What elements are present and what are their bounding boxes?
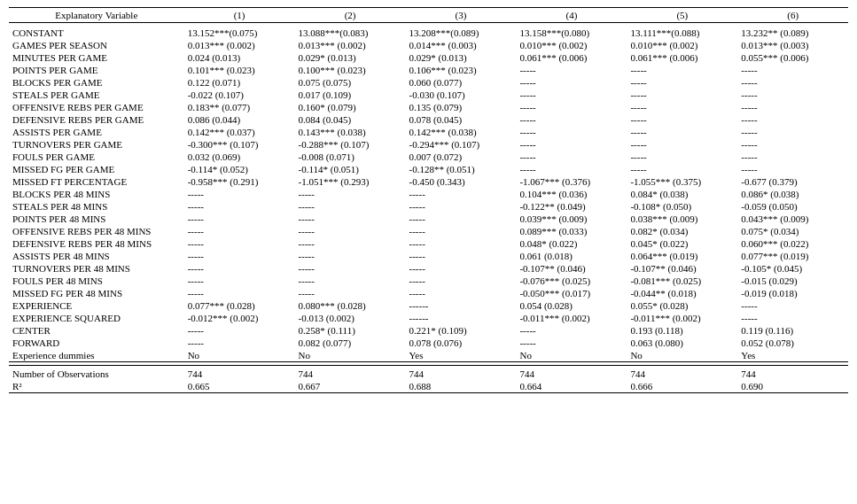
cell-value: 0.221* (0.109): [406, 324, 517, 337]
cell-value: 0.060 (0.077): [406, 76, 517, 89]
cell-value: -0.076*** (0.025): [516, 275, 627, 287]
variable-name: POINTS PER GAME: [9, 64, 184, 76]
table-row: EXPERIENCE0.077*** (0.028)0.080*** (0.02…: [9, 299, 848, 312]
cell-value: -0.081*** (0.025): [627, 275, 737, 287]
cell-value: -----: [737, 163, 848, 175]
footer-value: 744: [184, 365, 295, 380]
variable-name: Experience dummies: [9, 349, 184, 362]
table-row: CENTER-----0.258* (0.111)0.221* (0.109)-…: [9, 324, 848, 337]
cell-value: -----: [627, 113, 737, 126]
cell-value: -----: [627, 163, 737, 175]
cell-value: -0.011*** (0.002): [627, 312, 737, 324]
cell-value: 0.258* (0.111): [295, 324, 406, 337]
cell-value: -----: [516, 151, 627, 163]
cell-value: -0.044** (0.018): [627, 287, 737, 299]
cell-value: 0.048* (0.022): [516, 237, 627, 250]
cell-value: -----: [406, 200, 517, 213]
cell-value: 0.086 (0.044): [184, 113, 295, 126]
variable-name: FOULS PER GAME: [9, 151, 184, 163]
cell-value: -----: [295, 237, 406, 250]
cell-value: -----: [737, 151, 848, 163]
cell-value: -0.013 (0.002): [295, 312, 406, 324]
footer-value: 0.688: [406, 380, 517, 393]
variable-name: FORWARD: [9, 337, 184, 349]
cell-value: -0.012*** (0.002): [184, 312, 295, 324]
cell-value: ------: [406, 299, 517, 312]
footer-row: Number of Observations744744744744744744: [9, 365, 848, 380]
cell-value: 0.013*** (0.002): [295, 39, 406, 51]
cell-value: 0.082* (0.034): [627, 225, 737, 237]
cell-value: -----: [184, 237, 295, 250]
cell-value: -----: [627, 101, 737, 113]
footer-value: 744: [516, 365, 627, 380]
cell-value: -----: [295, 262, 406, 275]
cell-value: -----: [184, 250, 295, 262]
footer-value: 0.667: [295, 380, 406, 393]
table-row: ASSISTS PER GAME0.142*** (0.037)0.143***…: [9, 126, 848, 138]
cell-value: 0.061*** (0.006): [516, 51, 627, 64]
cell-value: -0.019 (0.018): [737, 287, 848, 299]
cell-value: 0.078 (0.076): [406, 337, 517, 349]
cell-value: -----: [516, 126, 627, 138]
cell-value: -----: [406, 225, 517, 237]
cell-value: 0.122 (0.071): [184, 76, 295, 89]
cell-value: 0.160* (0.079): [295, 101, 406, 113]
cell-value: 0.029* (0.013): [295, 51, 406, 64]
cell-value: -0.022 (0.107): [184, 89, 295, 101]
cell-value: -----: [737, 126, 848, 138]
cell-value: Yes: [406, 349, 517, 362]
cell-value: -1.055*** (0.375): [627, 175, 737, 188]
cell-value: -----: [184, 275, 295, 287]
footer-label: R²: [9, 380, 184, 393]
cell-value: -----: [184, 324, 295, 337]
cell-value: ------: [406, 312, 517, 324]
header-variable: Explanatory Variable: [9, 8, 184, 23]
cell-value: 0.077*** (0.028): [184, 299, 295, 312]
cell-value: 0.075* (0.034): [737, 225, 848, 237]
cell-value: 0.013*** (0.002): [184, 39, 295, 51]
cell-value: 0.084* (0.038): [627, 188, 737, 200]
cell-value: -----: [737, 89, 848, 101]
cell-value: -0.122** (0.049): [516, 200, 627, 213]
footer-value: 0.666: [627, 380, 737, 393]
variable-name: ASSISTS PER 48 MINS: [9, 250, 184, 262]
table-row: POINTS PER 48 MINS---------------0.039**…: [9, 213, 848, 225]
variable-name: STEALS PER GAME: [9, 89, 184, 101]
cell-value: -----: [627, 89, 737, 101]
table-row: MISSED FG PER 48 MINS----------------0.0…: [9, 287, 848, 299]
cell-value: -----: [184, 213, 295, 225]
cell-value: -----: [737, 312, 848, 324]
cell-value: 0.017 (0.109): [295, 89, 406, 101]
cell-value: 0.104*** (0.036): [516, 188, 627, 200]
table-row: TURNOVERS PER 48 MINS----------------0.1…: [9, 262, 848, 275]
header-col6: (6): [737, 8, 848, 23]
cell-value: -----: [516, 337, 627, 349]
table-row: OFFENSIVE REBS PER GAME0.183** (0.077)0.…: [9, 101, 848, 113]
cell-value: 0.024 (0.013): [184, 51, 295, 64]
cell-value: 0.143*** (0.038): [295, 126, 406, 138]
variable-name: OFFENSIVE REBS PER 48 MINS: [9, 225, 184, 237]
cell-value: 13.208***(0.089): [406, 27, 517, 39]
variable-name: POINTS PER 48 MINS: [9, 213, 184, 225]
cell-value: -----: [406, 213, 517, 225]
cell-value: -0.128** (0.051): [406, 163, 517, 175]
cell-value: -----: [295, 287, 406, 299]
table-row: POINTS PER GAME0.101*** (0.023)0.100*** …: [9, 64, 848, 76]
table-row: FOULS PER GAME0.032 (0.069)-0.008 (0.071…: [9, 151, 848, 163]
cell-value: -----: [295, 250, 406, 262]
table-row: MISSED FG PER GAME-0.114* (0.052)-0.114*…: [9, 163, 848, 175]
cell-value: 0.078 (0.045): [406, 113, 517, 126]
cell-value: -----: [406, 237, 517, 250]
variable-name: DEFENSIVE REBS PER GAME: [9, 113, 184, 126]
cell-value: -0.015 (0.029): [737, 275, 848, 287]
cell-value: -0.030 (0.107): [406, 89, 517, 101]
cell-value: No: [295, 349, 406, 362]
table-row: MINUTES PER GAME0.024 (0.013)0.029* (0.0…: [9, 51, 848, 64]
cell-value: -0.114* (0.052): [184, 163, 295, 175]
cell-value: -----: [184, 262, 295, 275]
cell-value: 13.158***(0.080): [516, 27, 627, 39]
cell-value: 0.043*** (0.009): [737, 213, 848, 225]
variable-name: MISSED FT PERCENTAGE: [9, 175, 184, 188]
cell-value: 0.038*** (0.009): [627, 213, 737, 225]
variable-name: BLOCKS PER 48 MINS: [9, 188, 184, 200]
